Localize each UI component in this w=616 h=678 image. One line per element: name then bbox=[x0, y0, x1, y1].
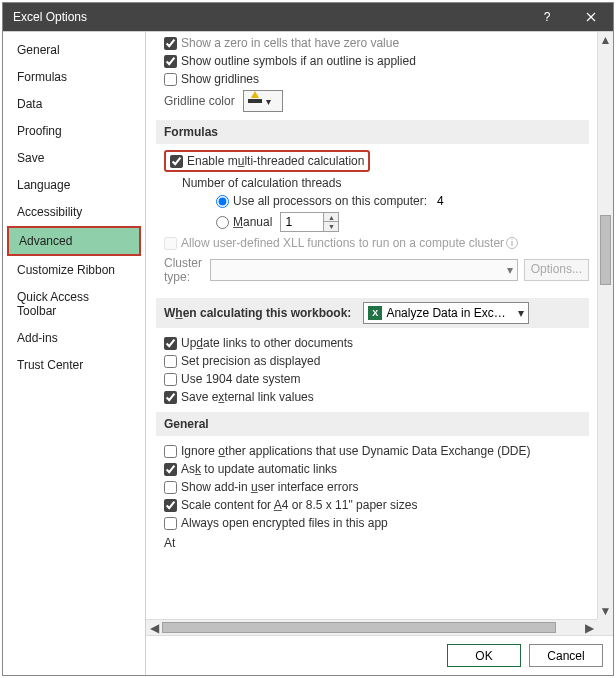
spinner-up[interactable]: ▲ bbox=[324, 213, 338, 222]
sidebar-item-data[interactable]: Data bbox=[7, 91, 141, 117]
scroll-down-icon[interactable]: ▼ bbox=[598, 603, 613, 619]
clipped-top-row: Show a zero in cells that have zero valu… bbox=[156, 36, 589, 50]
use-1904-checkbox[interactable] bbox=[164, 373, 177, 386]
sidebar-item-formulas[interactable]: Formulas bbox=[7, 64, 141, 90]
show-addin-checkbox[interactable] bbox=[164, 481, 177, 494]
gridline-color-dropdown[interactable]: ▾ bbox=[243, 90, 283, 112]
show-outline-label: Show outline symbols if an outline is ap… bbox=[181, 54, 416, 68]
use-all-radio[interactable] bbox=[216, 195, 229, 208]
sidebar-item-general[interactable]: General bbox=[7, 37, 141, 63]
scroll-right-icon[interactable]: ▶ bbox=[581, 620, 597, 635]
spinner-down[interactable]: ▼ bbox=[324, 222, 338, 231]
scale-a4-checkbox[interactable] bbox=[164, 499, 177, 512]
show-outline-row: Show outline symbols if an outline is ap… bbox=[156, 52, 589, 70]
manual-threads-input[interactable] bbox=[281, 213, 323, 231]
hscroll-track[interactable] bbox=[162, 620, 581, 635]
sidebar-item-customize-ribbon[interactable]: Customize Ribbon bbox=[7, 257, 141, 283]
vertical-scrollbar[interactable]: ▲ ▼ bbox=[597, 32, 613, 619]
sidebar: General Formulas Data Proofing Save Lang… bbox=[3, 32, 146, 675]
ignore-dde-label: Ignore other applications that use Dynam… bbox=[181, 444, 531, 458]
close-button[interactable] bbox=[569, 3, 613, 31]
sidebar-item-add-ins[interactable]: Add-ins bbox=[7, 325, 141, 351]
workbook-name: Analyze Data in Exc… bbox=[386, 306, 505, 320]
update-links-checkbox[interactable] bbox=[164, 337, 177, 350]
scale-a4-row: Scale content for A4 or 8.5 x 11" paper … bbox=[156, 496, 589, 514]
set-precision-row: Set precision as displayed bbox=[156, 352, 589, 370]
content-scroll: Show a zero in cells that have zero valu… bbox=[146, 32, 613, 635]
num-threads-label: Number of calculation threads bbox=[182, 174, 589, 192]
sidebar-item-quick-access-toolbar[interactable]: Quick Access Toolbar bbox=[7, 284, 141, 324]
dialog-title: Excel Options bbox=[13, 10, 525, 24]
enable-mt-label: Enable multi-threaded calculation bbox=[187, 154, 364, 168]
sidebar-item-proofing[interactable]: Proofing bbox=[7, 118, 141, 144]
enable-mt-checkbox[interactable] bbox=[170, 155, 183, 168]
show-outline-checkbox[interactable] bbox=[164, 55, 177, 68]
always-open-row: Always open encrypted files in this app bbox=[156, 514, 589, 532]
scale-a4-label: Scale content for A4 or 8.5 x 11" paper … bbox=[181, 498, 417, 512]
chevron-down-icon: ▾ bbox=[518, 306, 524, 320]
chevron-down-icon: ▾ bbox=[266, 96, 271, 107]
manual-label: Manual bbox=[233, 215, 272, 229]
allow-xll-label: Allow user-defined XLL functions to run … bbox=[181, 236, 504, 250]
always-open-label: Always open encrypted files in this app bbox=[181, 516, 388, 530]
info-icon[interactable]: i bbox=[506, 237, 518, 249]
cancel-button[interactable]: Cancel bbox=[529, 644, 603, 667]
horizontal-scrollbar[interactable]: ◀ ▶ bbox=[146, 619, 597, 635]
excel-options-dialog: Excel Options ? General Formulas Data Pr… bbox=[2, 2, 614, 676]
ask-update-label: Ask to update automatic links bbox=[181, 462, 337, 476]
button-row: OK Cancel bbox=[146, 635, 613, 675]
use-1904-row: Use 1904 date system bbox=[156, 370, 589, 388]
gridline-color-row: Gridline color ▾ bbox=[164, 88, 589, 114]
update-links-row: Update links to other documents bbox=[156, 334, 589, 352]
show-zero-checkbox[interactable] bbox=[164, 37, 177, 50]
sidebar-item-advanced[interactable]: Advanced bbox=[7, 226, 141, 256]
enable-mt-row: Enable multi-threaded calculation bbox=[156, 148, 589, 174]
set-precision-label: Set precision as displayed bbox=[181, 354, 320, 368]
ask-update-checkbox[interactable] bbox=[164, 463, 177, 476]
workbook-dropdown[interactable]: X Analyze Data in Exc… ▾ bbox=[363, 302, 529, 324]
save-external-checkbox[interactable] bbox=[164, 391, 177, 404]
section-general: General bbox=[156, 412, 589, 436]
cluster-options-button: Options... bbox=[524, 259, 589, 281]
show-addin-label: Show add-in user interface errors bbox=[181, 480, 358, 494]
help-button[interactable]: ? bbox=[525, 3, 569, 31]
scroll-up-icon[interactable]: ▲ bbox=[598, 32, 613, 48]
scroll-left-icon[interactable]: ◀ bbox=[146, 620, 162, 635]
vscroll-thumb[interactable] bbox=[600, 215, 611, 285]
show-addin-row: Show add-in user interface errors bbox=[156, 478, 589, 496]
allow-xll-row: Allow user-defined XLL functions to run … bbox=[156, 234, 589, 252]
sidebar-item-accessibility[interactable]: Accessibility bbox=[7, 199, 141, 225]
sidebar-item-language[interactable]: Language bbox=[7, 172, 141, 198]
content-area: Show a zero in cells that have zero valu… bbox=[146, 32, 613, 675]
manual-threads-spinner[interactable]: ▲ ▼ bbox=[280, 212, 339, 232]
cluster-label: Cluster type: bbox=[164, 256, 210, 284]
excel-icon: X bbox=[368, 306, 382, 320]
close-icon bbox=[586, 12, 596, 22]
always-open-checkbox[interactable] bbox=[164, 517, 177, 530]
use-all-label: Use all processors on this computer: bbox=[233, 194, 427, 208]
ask-update-row: Ask to update automatic links bbox=[156, 460, 589, 478]
show-gridlines-checkbox[interactable] bbox=[164, 73, 177, 86]
processor-count: 4 bbox=[437, 194, 444, 208]
hscroll-thumb[interactable] bbox=[162, 622, 556, 633]
ok-button[interactable]: OK bbox=[447, 644, 521, 667]
allow-xll-checkbox bbox=[164, 237, 177, 250]
cluster-dropdown[interactable]: ▾ bbox=[210, 259, 518, 281]
sidebar-item-save[interactable]: Save bbox=[7, 145, 141, 171]
save-external-label: Save external link values bbox=[181, 390, 314, 404]
set-precision-checkbox[interactable] bbox=[164, 355, 177, 368]
manual-row: Manual ▲ ▼ bbox=[208, 210, 589, 234]
at-startup-label: At bbox=[164, 532, 589, 550]
sidebar-item-trust-center[interactable]: Trust Center bbox=[7, 352, 141, 378]
titlebar: Excel Options ? bbox=[3, 3, 613, 31]
vscroll-track[interactable] bbox=[598, 48, 613, 603]
show-zero-label: Show a zero in cells that have zero valu… bbox=[181, 36, 399, 50]
ignore-dde-row: Ignore other applications that use Dynam… bbox=[156, 442, 589, 460]
ignore-dde-checkbox[interactable] bbox=[164, 445, 177, 458]
dialog-body: General Formulas Data Proofing Save Lang… bbox=[3, 31, 613, 675]
use-1904-label: Use 1904 date system bbox=[181, 372, 300, 386]
content-inner: Show a zero in cells that have zero valu… bbox=[146, 32, 597, 619]
manual-radio[interactable] bbox=[216, 216, 229, 229]
when-calc-row: When calculating this workbook: X Analyz… bbox=[156, 298, 589, 328]
update-links-label: Update links to other documents bbox=[181, 336, 353, 350]
